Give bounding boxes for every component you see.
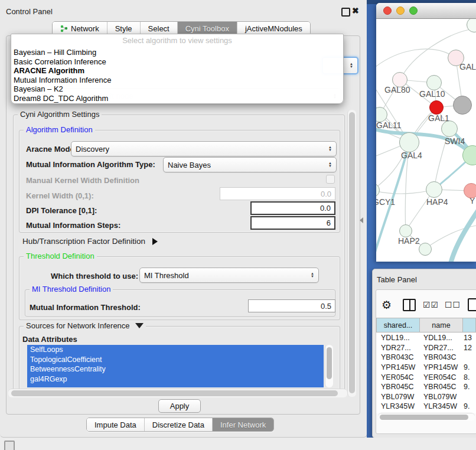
column-header-name[interactable]: name xyxy=(420,318,463,332)
mi-steps-field[interactable]: 6 xyxy=(250,216,335,230)
window-minimize-icon[interactable] xyxy=(396,6,405,15)
list-item[interactable]: BetweennessCentrality xyxy=(27,364,324,374)
tab-infer-network-label: Infer Network xyxy=(220,420,266,429)
tab-select[interactable]: Select xyxy=(141,22,178,35)
network-window[interactable]: GAL GAL80 GAL10 GAL1 GAL11 SWI4 GAL4 GCY… xyxy=(376,3,476,262)
status-strip xyxy=(0,438,476,450)
table-row[interactable]: YPR145W YPR145W 9. xyxy=(376,363,476,373)
tab-infer-network[interactable]: Infer Network xyxy=(213,418,273,431)
sources-title-label: Sources for Network Inference xyxy=(26,321,130,330)
mi-threshold-value: 0.5 xyxy=(321,302,331,311)
menu-item-bayesian-hill-climbing[interactable]: Bayesian – Hill Climbing xyxy=(11,48,343,57)
network-window-titlebar[interactable] xyxy=(376,3,476,19)
table-row[interactable]: YBR045C YBR045C 9. xyxy=(376,382,476,392)
tab-cyni-toolbox[interactable]: Cyni Toolbox xyxy=(178,22,237,35)
list-item[interactable]: TopologicalCoefficient xyxy=(27,355,324,365)
unchecked-columns-icon[interactable]: ☐☐ xyxy=(445,300,461,309)
sources-group-title[interactable]: Sources for Network Inference xyxy=(24,322,146,330)
column-header-extra[interactable] xyxy=(463,318,476,332)
kernel-width-field[interactable]: 0.0 xyxy=(220,187,335,200)
aracne-mode-combo[interactable]: Discovery ▲▼ xyxy=(71,141,337,156)
gear-icon[interactable]: ⚙ xyxy=(382,298,392,312)
node-gal10[interactable] xyxy=(426,75,442,90)
list-item[interactable]: gal4RGexp xyxy=(27,374,324,384)
panel-divider-handle[interactable] xyxy=(360,217,363,223)
table-row[interactable]: YDR27... YDR27... 12 xyxy=(376,343,476,353)
list-item[interactable]: SelfLoops xyxy=(27,345,324,355)
node-label-hap2: HAP2 xyxy=(398,236,420,246)
settings-hscroll-thumb[interactable] xyxy=(11,390,338,396)
table-row[interactable]: YBR043C YBR043C xyxy=(376,353,476,363)
node[interactable] xyxy=(419,243,432,256)
tab-network[interactable]: Network xyxy=(53,22,107,35)
menu-item-aracne[interactable]: ARACNE Algorithm xyxy=(11,66,343,76)
cell-extra: 9. xyxy=(461,383,476,391)
table-row[interactable]: YLR345W YLR345W 9. xyxy=(376,402,476,412)
mi-threshold-group-title: MI Threshold Definition xyxy=(30,285,113,293)
tab-discretize-data[interactable]: Discretize Data xyxy=(145,418,213,431)
data-attributes-list[interactable]: SelfLoops TopologicalCoefficient Between… xyxy=(27,345,324,387)
document-icon[interactable] xyxy=(468,298,476,311)
screen: Control Panel ✖ Network Style Select Cyn… xyxy=(0,0,476,450)
table-row[interactable]: YBL079W YBL079W xyxy=(376,392,476,402)
settings-hscrollbar[interactable] xyxy=(8,389,347,397)
network-canvas[interactable]: GAL GAL80 GAL10 GAL1 GAL11 SWI4 GAL4 GCY… xyxy=(376,19,476,262)
settings-vscrollbar[interactable] xyxy=(347,110,356,397)
node-gal4[interactable] xyxy=(399,132,419,152)
mi-type-combo[interactable]: Naive Bayes ▲▼ xyxy=(163,157,337,172)
window-close-icon[interactable] xyxy=(383,6,392,15)
cell-shared-name: YLR345W xyxy=(376,402,419,410)
table-row[interactable]: YER054C YER054C 8. xyxy=(376,372,476,382)
cell-name: YDL19... xyxy=(419,334,461,342)
apply-button[interactable]: Apply xyxy=(158,399,201,413)
checked-columns-icon[interactable]: ☑☑ xyxy=(423,300,439,309)
split-view-icon[interactable] xyxy=(403,299,416,311)
expand-right-icon xyxy=(152,238,158,245)
menu-item-bayesian-k2[interactable]: Bayesian – K2 xyxy=(11,84,343,94)
bottom-tabbar: Impute Data Discretize Data Infer Networ… xyxy=(86,418,274,432)
window-zoom-icon[interactable] xyxy=(409,6,418,15)
threshold-definition-title: Threshold Definition xyxy=(24,252,97,260)
corner-grip-icon[interactable] xyxy=(4,441,15,450)
data-attributes-label: Data Attributes xyxy=(22,335,77,344)
tab-jactivemnodules[interactable]: jActiveMNodules xyxy=(237,22,310,35)
float-window-icon[interactable] xyxy=(341,8,350,17)
hub-definition-expander[interactable]: Hub/Transcription Factor Definition xyxy=(22,237,158,246)
node-gray[interactable] xyxy=(453,96,472,115)
settings-vscroll-thumb[interactable] xyxy=(349,112,355,393)
dpi-tolerance-field[interactable]: 0.0 xyxy=(250,201,335,215)
which-threshold-combo[interactable]: MI Threshold ▲▼ xyxy=(139,268,319,283)
kernel-width-value: 0.0 xyxy=(321,190,331,198)
node-gal1-selected[interactable] xyxy=(429,100,444,115)
mi-threshold-field[interactable]: 0.5 xyxy=(248,299,335,312)
mi-steps-value: 6 xyxy=(327,219,331,227)
column-header-shared-name[interactable]: shared... xyxy=(376,318,420,332)
menu-item-mutual-information[interactable]: Mutual Information Inference xyxy=(11,76,343,85)
aracne-mode-value: Discovery xyxy=(76,145,109,154)
node-hap2[interactable] xyxy=(399,224,412,237)
table-hscroll-thumb[interactable] xyxy=(380,415,468,420)
node-gal1[interactable] xyxy=(441,120,458,137)
tab-impute-data[interactable]: Impute Data xyxy=(87,418,145,431)
attributes-scrollbar-thumb[interactable] xyxy=(327,347,332,379)
attributes-scrollbar[interactable] xyxy=(325,345,333,387)
table-header: shared... name xyxy=(376,318,476,332)
close-icon[interactable]: ✖ xyxy=(352,6,359,15)
menu-item-dream8[interactable]: Dream8 DC_TDC Algorithm xyxy=(11,94,343,103)
node-label-y: Y xyxy=(470,196,475,206)
cell-name: YBR045C xyxy=(419,383,461,391)
mi-threshold-label: Mutual Information Threshold: xyxy=(30,303,141,312)
tab-style[interactable]: Style xyxy=(107,22,141,35)
stepper-icon: ▲▼ xyxy=(346,63,353,69)
table-hscrollbar[interactable] xyxy=(378,413,475,421)
table-rows: YDL19... YDL19... 13 YDR27... YDR27... 1… xyxy=(376,333,476,413)
node-label-gal1: GAL1 xyxy=(428,113,449,123)
node-label-gal80: GAL80 xyxy=(384,85,410,94)
hub-definition-label: Hub/Transcription Factor Definition xyxy=(22,237,145,246)
menu-item-basic-correlation[interactable]: Basic Correlation Inference xyxy=(11,57,343,67)
node-hap4[interactable] xyxy=(426,181,442,198)
table-row[interactable]: YDL19... YDL19... 13 xyxy=(376,333,476,343)
cell-extra: 9. xyxy=(461,363,476,371)
manual-kernel-checkbox[interactable] xyxy=(326,175,335,184)
node-label-gcy1: GCY1 xyxy=(376,197,395,207)
